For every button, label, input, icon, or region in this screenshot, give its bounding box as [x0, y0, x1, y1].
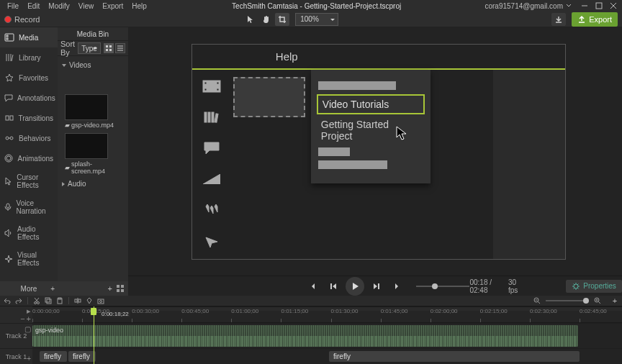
caret-icon[interactable]: ▸: [27, 306, 31, 314]
view-grid-icon[interactable]: [104, 43, 114, 53]
menu-file[interactable]: File: [3, 2, 23, 10]
folder-label-videos: Videos: [69, 61, 91, 69]
track-header-1[interactable]: Track 1 +: [0, 348, 32, 364]
menu-export[interactable]: Export: [98, 2, 127, 10]
add-media-icon[interactable]: +: [107, 284, 112, 293]
sidebar-item-favorites[interactable]: Favorites: [0, 68, 58, 88]
sidebar-more[interactable]: More +: [0, 281, 58, 296]
sidebar-item-animations[interactable]: Animations: [0, 148, 58, 168]
plus-icon[interactable]: +: [27, 314, 31, 322]
redo-icon[interactable]: [14, 296, 23, 305]
scrub-slider[interactable]: [416, 286, 470, 287]
ruler-tick: 0:01:30;00: [331, 308, 359, 314]
export-button[interactable]: Export: [572, 12, 618, 27]
zoom-plus-icon[interactable]: +: [610, 296, 619, 305]
crop-tool-icon[interactable]: [275, 13, 289, 26]
sidebar-label-transitions: Transitions: [18, 114, 53, 122]
svg-rect-28: [117, 289, 120, 292]
canvas-stage[interactable]: Help Video Tutorials: [128, 27, 622, 276]
playhead-line[interactable]: [94, 306, 94, 364]
sortby-label: Sort By: [60, 40, 75, 57]
clip-gsp-video[interactable]: gsp-video: [32, 325, 578, 347]
step-forward-button[interactable]: [370, 280, 383, 293]
minus-icon[interactable]: −: [20, 314, 24, 322]
paste-icon[interactable]: [55, 296, 64, 305]
timeline-track-1[interactable]: firefly firefly firefly: [32, 348, 622, 364]
folder-videos[interactable]: Videos: [59, 59, 127, 71]
timeline-ruler[interactable]: 0:00:18;22 0:00:00;000:00:15;000:00:30;0…: [32, 306, 622, 323]
grid-view-icon[interactable]: [115, 283, 125, 294]
svg-point-16: [6, 156, 11, 160]
svg-rect-11: [6, 116, 9, 120]
sidebar-label-media: Media: [19, 34, 38, 42]
sidebar-item-cursor-effects[interactable]: Cursor Effects: [0, 168, 58, 194]
window-close-icon[interactable]: [608, 0, 619, 12]
menu-modify[interactable]: Modify: [44, 2, 73, 10]
undo-icon[interactable]: [3, 296, 12, 305]
books-icon: [202, 111, 222, 124]
media-item-gsp-video[interactable]: ▰gsp-video.mp4: [65, 94, 114, 129]
slider-handle-icon[interactable]: [583, 298, 589, 304]
svg-point-52: [100, 301, 102, 303]
clip-firefly-1[interactable]: firefly: [40, 351, 67, 362]
sidebar-item-annotations[interactable]: Annotations: [0, 88, 58, 108]
svg-line-59: [599, 302, 601, 304]
timeline-zoom-slider[interactable]: [546, 300, 589, 301]
marker-icon[interactable]: [85, 296, 94, 305]
clip-firefly-3[interactable]: firefly: [329, 351, 580, 362]
save-button[interactable]: [551, 13, 566, 26]
svg-rect-45: [47, 299, 51, 304]
canvas-area: Help Video Tutorials: [128, 27, 622, 296]
pointer-tool-icon[interactable]: [243, 13, 258, 26]
sidebar-item-audio-effects[interactable]: Audio Effects: [0, 220, 58, 246]
pins-icon: [202, 204, 222, 218]
user-account[interactable]: cora915714@gmail.com: [482, 2, 574, 10]
clip-firefly-2[interactable]: firefly: [68, 351, 96, 362]
next-frame-button[interactable]: [389, 280, 402, 293]
copy-icon[interactable]: [44, 296, 53, 305]
sortby-value: Type: [81, 45, 97, 53]
track-header-2[interactable]: Track 2 ▢: [0, 323, 32, 348]
cut-icon[interactable]: [32, 296, 41, 305]
svg-point-13: [6, 137, 9, 140]
record-button[interactable]: Record: [0, 14, 44, 25]
step-back-button[interactable]: [327, 280, 340, 293]
hand-tool-icon[interactable]: [259, 13, 274, 26]
cursor-icon: [4, 176, 12, 186]
snapshot-icon[interactable]: [96, 296, 105, 305]
sidebar-item-behaviors[interactable]: Behaviors: [0, 128, 58, 148]
play-button[interactable]: [346, 277, 364, 296]
slider-handle-icon[interactable]: [432, 283, 438, 289]
ruler-tick: 0:02:15;00: [480, 308, 508, 314]
timeline-track-2[interactable]: gsp-video: [32, 323, 622, 348]
menu-edit[interactable]: Edit: [23, 2, 44, 10]
add-track-icon[interactable]: +: [27, 355, 31, 363]
media-item-splash-screen[interactable]: ▰splash-screen.mp4: [65, 133, 121, 175]
menu-help[interactable]: Help: [127, 2, 151, 10]
properties-button[interactable]: Properties: [566, 280, 622, 293]
zoom-out-icon[interactable]: [533, 296, 541, 305]
canvas-zoom-select[interactable]: 100%: [295, 13, 338, 26]
main-area: Media Library Favorites Annotations Tran…: [0, 27, 622, 296]
timeline-toolbar: +: [0, 296, 622, 306]
menu-view[interactable]: View: [74, 2, 99, 10]
clip-label: firefly: [44, 352, 61, 360]
sidebar-item-library[interactable]: Library: [0, 47, 58, 68]
folder-audio[interactable]: Audio: [59, 178, 127, 190]
sidebar-item-voice-narration[interactable]: Voice Narration: [0, 194, 58, 220]
view-list-icon[interactable]: [115, 43, 125, 53]
microphone-icon: [4, 202, 12, 212]
maximize-track-icon[interactable]: ▢: [24, 325, 31, 333]
sidebar-item-visual-effects[interactable]: Visual Effects: [0, 246, 58, 272]
timeline-tracks-area[interactable]: 0:00:18;22 0:00:00;000:00:15;000:00:30;0…: [32, 306, 622, 364]
split-icon[interactable]: [73, 296, 82, 305]
window-minimize-icon[interactable]: [579, 0, 590, 12]
previous-frame-button[interactable]: [308, 280, 321, 293]
window-maximize-icon[interactable]: [593, 0, 605, 12]
zoom-in-icon[interactable]: [593, 296, 602, 305]
sortby-select[interactable]: Type: [78, 42, 101, 54]
export-label: Export: [589, 15, 612, 24]
sidebar-item-media[interactable]: Media: [0, 27, 58, 47]
sidebar-item-transitions[interactable]: Transitions: [0, 108, 58, 128]
plus-icon[interactable]: +: [50, 285, 55, 293]
